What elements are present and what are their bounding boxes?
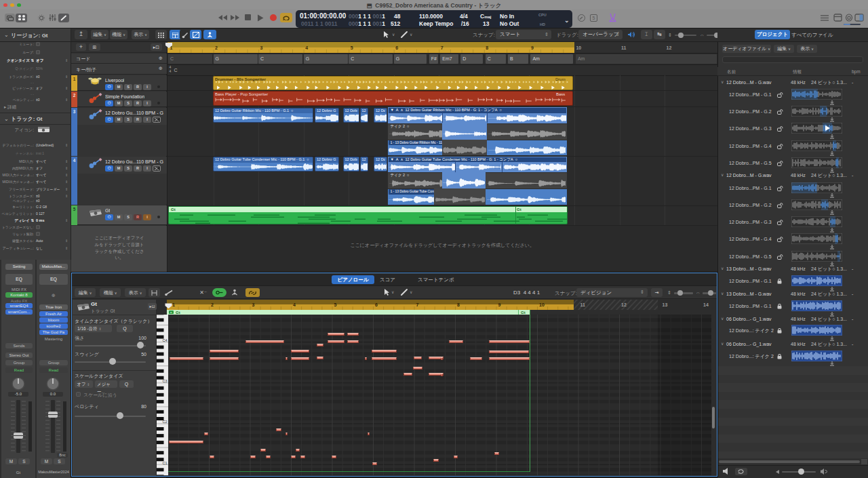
svg-text:C1: C1 — [162, 461, 167, 465]
svg-text:C2: C2 — [162, 420, 167, 424]
svg-text:C4: C4 — [162, 338, 167, 342]
svg-text:C3: C3 — [162, 379, 167, 383]
